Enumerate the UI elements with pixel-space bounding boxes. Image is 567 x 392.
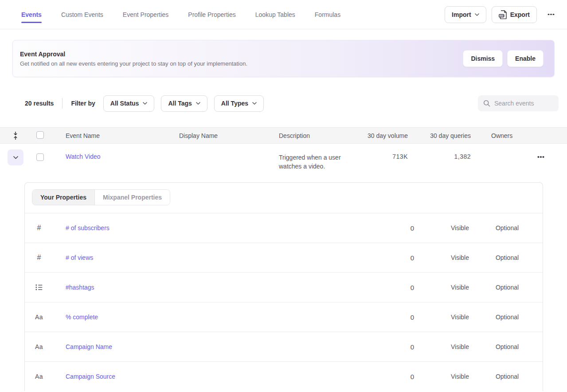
property-name-link[interactable]: # of views (53, 254, 379, 261)
search-icon (483, 100, 490, 107)
text-type-icon: Aa (25, 373, 53, 380)
tags-filter-dropdown[interactable]: All Tags (161, 95, 207, 112)
text-type-icon: Aa (25, 314, 53, 321)
col-header-event-name: Event Name (66, 132, 179, 139)
event-name-link[interactable]: Watch Video (66, 144, 179, 160)
types-filter-value: All Types (221, 100, 248, 107)
property-name-link[interactable]: #hashtags (53, 284, 379, 291)
property-visibility: Visible (437, 284, 483, 291)
event-approval-banner: Event Approval Get notified on all new e… (12, 40, 555, 77)
status-filter-dropdown[interactable]: All Status (103, 95, 155, 112)
import-button-label: Import (452, 11, 471, 18)
property-name-link[interactable]: % complete (53, 314, 379, 321)
property-requirement: Optional (483, 314, 532, 321)
results-count: 20 results (25, 100, 54, 107)
csv-file-icon: csv (499, 10, 507, 19)
event-row-watch-video: Watch Video Triggered when a user watche… (0, 144, 567, 182)
export-button[interactable]: csv Export (492, 6, 537, 23)
property-value: 0 (379, 224, 437, 232)
status-filter-value: All Status (110, 100, 139, 107)
tags-filter-value: All Tags (168, 100, 192, 107)
property-requirement: Optional (483, 254, 532, 261)
col-header-volume: 30 day volume (364, 132, 408, 139)
nav-tabs: Events Custom Events Event Properties Pr… (21, 0, 340, 29)
row-more-button[interactable] (529, 144, 567, 158)
col-header-description: Description (279, 132, 364, 139)
dismiss-button[interactable]: Dismiss (463, 50, 503, 67)
svg-text:csv: csv (500, 14, 504, 17)
property-row: Aa % complete 0 Visible Optional (25, 302, 543, 332)
property-value: 0 (379, 284, 437, 291)
text-type-icon: Aa (25, 343, 53, 350)
chevron-down-icon (196, 102, 200, 105)
property-requirement: Optional (483, 373, 532, 380)
properties-panel: Your Properties Mixpanel Properties # # … (24, 182, 543, 391)
types-filter-dropdown[interactable]: All Types (214, 95, 264, 112)
filter-toolbar: 20 results Filter by All Status All Tags… (25, 95, 559, 112)
enable-button[interactable]: Enable (507, 50, 544, 67)
col-header-queries: 30 day queries (408, 132, 471, 139)
event-description: Triggered when a user watches a video. (279, 144, 364, 171)
collapse-all-button[interactable] (0, 131, 31, 140)
col-header-display-name: Display Name (179, 132, 279, 139)
property-name-link[interactable]: Campaign Source (53, 373, 379, 380)
property-visibility: Visible (437, 373, 483, 380)
property-name-link[interactable]: # of subscribers (53, 224, 379, 231)
property-row: Aa Campaign Source 0 Visible Optional (25, 361, 543, 391)
number-type-icon: # (25, 224, 53, 232)
search-events-input[interactable] (494, 100, 553, 107)
property-visibility: Visible (437, 224, 483, 231)
more-menu-button[interactable] (544, 8, 558, 22)
banner-actions: Dismiss Enable (463, 50, 544, 67)
nav-actions: Import csv Export (445, 0, 558, 29)
property-visibility: Visible (437, 343, 483, 350)
divider (62, 98, 63, 109)
import-button[interactable]: Import (445, 6, 486, 23)
events-table-header: Event Name Display Name Description 30 d… (0, 127, 567, 144)
collapse-row-button[interactable] (8, 149, 23, 165)
banner-title: Event Approval (20, 51, 247, 58)
tab-profile-properties[interactable]: Profile Properties (188, 0, 235, 29)
tab-events[interactable]: Events (21, 0, 42, 29)
col-header-owners: Owners (471, 132, 529, 139)
select-all-checkbox[interactable] (36, 131, 44, 139)
horizontal-ellipsis-icon (550, 14, 552, 16)
chevron-down-icon (475, 13, 479, 16)
property-name-link[interactable]: Campaign Name (53, 343, 379, 350)
chevron-down-icon (13, 156, 18, 159)
export-button-label: Export (510, 11, 530, 18)
search-events-box (478, 95, 559, 111)
property-requirement: Optional (483, 343, 532, 350)
property-row: Aa Campaign Name 0 Visible Optional (25, 332, 543, 361)
properties-panel-header: Your Properties Mixpanel Properties (25, 183, 543, 213)
event-queries: 1,382 (408, 144, 471, 160)
collapse-rows-icon (12, 131, 19, 140)
horizontal-ellipsis-icon (540, 156, 542, 158)
property-requirement: Optional (483, 224, 532, 231)
property-requirement: Optional (483, 284, 532, 291)
property-row: # # of subscribers 0 Visible Optional (25, 213, 543, 243)
banner-text: Event Approval Get notified on all new e… (20, 51, 247, 67)
property-row: #hashtags 0 Visible Optional (25, 272, 543, 302)
property-value: 0 (379, 254, 437, 262)
property-row: # # of views 0 Visible Optional (25, 243, 543, 272)
number-type-icon: # (25, 254, 53, 262)
tab-your-properties[interactable]: Your Properties (32, 190, 94, 205)
row-checkbox[interactable] (36, 153, 44, 161)
tab-event-properties[interactable]: Event Properties (123, 0, 169, 29)
property-visibility: Visible (437, 254, 483, 261)
tab-mixpanel-properties[interactable]: Mixpanel Properties (94, 190, 170, 205)
tab-custom-events[interactable]: Custom Events (61, 0, 103, 29)
property-value: 0 (379, 343, 437, 351)
property-value: 0 (379, 314, 437, 321)
list-type-icon (25, 284, 53, 290)
tab-formulas[interactable]: Formulas (315, 0, 340, 29)
tab-lookup-tables[interactable]: Lookup Tables (255, 0, 295, 29)
filter-by-label: Filter by (71, 100, 95, 107)
event-volume: 713K (364, 144, 408, 160)
banner-subtitle: Get notified on all new events entering … (20, 60, 247, 67)
properties-tabs: Your Properties Mixpanel Properties (32, 189, 170, 205)
property-visibility: Visible (437, 314, 483, 321)
top-nav: Events Custom Events Event Properties Pr… (0, 0, 567, 29)
chevron-down-icon (143, 102, 147, 105)
